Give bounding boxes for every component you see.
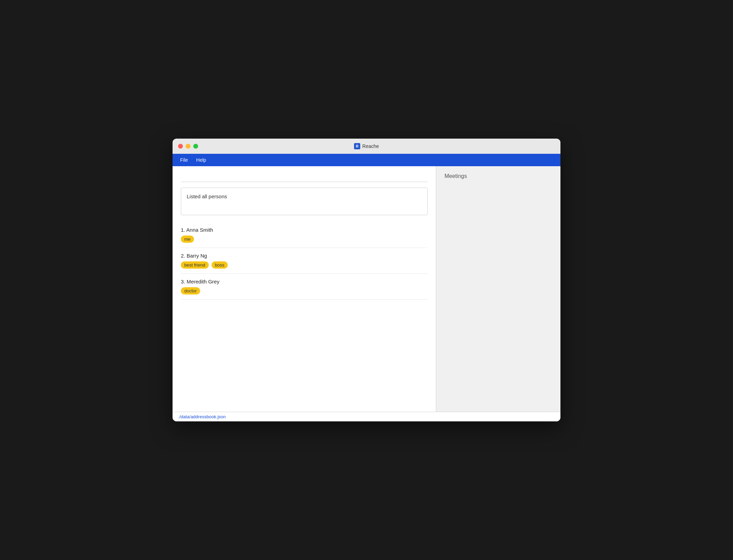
title-bar: R Reache — [173, 139, 560, 154]
close-button[interactable] — [178, 144, 183, 149]
person-tags: doctor — [181, 287, 428, 294]
person-name: 1. Anna Smith — [181, 227, 428, 233]
status-bar: ./data/addressbook.json — [173, 412, 560, 421]
menu-item-file[interactable]: File — [177, 156, 192, 164]
traffic-lights — [178, 144, 198, 149]
command-input[interactable] — [181, 173, 428, 182]
list-item[interactable]: 3. Meredith Grey doctor — [181, 274, 428, 300]
list-item[interactable]: 2. Barry Ng best friend boss — [181, 248, 428, 274]
title-center: R Reache — [354, 143, 379, 149]
minimize-button[interactable] — [186, 144, 190, 149]
result-text: Listed all persons — [187, 193, 227, 199]
app-window: R Reache File Help Listed all persons 1.… — [173, 139, 560, 421]
person-tags: best friend boss — [181, 261, 428, 269]
command-input-wrapper — [181, 173, 428, 182]
menu-bar: File Help — [173, 154, 560, 166]
person-tags: me — [181, 236, 428, 243]
tag: best friend — [181, 261, 209, 269]
person-name: 2. Barry Ng — [181, 253, 428, 259]
maximize-button[interactable] — [193, 144, 198, 149]
window-title: Reache — [362, 143, 379, 149]
meetings-title: Meetings — [444, 173, 552, 179]
left-panel: Listed all persons 1. Anna Smith me 2. B… — [173, 166, 436, 412]
right-panel: Meetings — [436, 166, 560, 412]
list-item[interactable]: 1. Anna Smith me — [181, 222, 428, 248]
tag: doctor — [181, 287, 200, 294]
tag: boss — [212, 261, 228, 269]
menu-item-help[interactable]: Help — [193, 156, 210, 164]
status-link[interactable]: ./data/addressbook.json — [178, 414, 226, 419]
persons-list: 1. Anna Smith me 2. Barry Ng best friend… — [181, 222, 428, 300]
content-area: Listed all persons 1. Anna Smith me 2. B… — [173, 166, 560, 412]
tag: me — [181, 236, 194, 243]
result-box: Listed all persons — [181, 188, 428, 215]
person-name: 3. Meredith Grey — [181, 279, 428, 284]
app-icon: R — [354, 143, 360, 149]
